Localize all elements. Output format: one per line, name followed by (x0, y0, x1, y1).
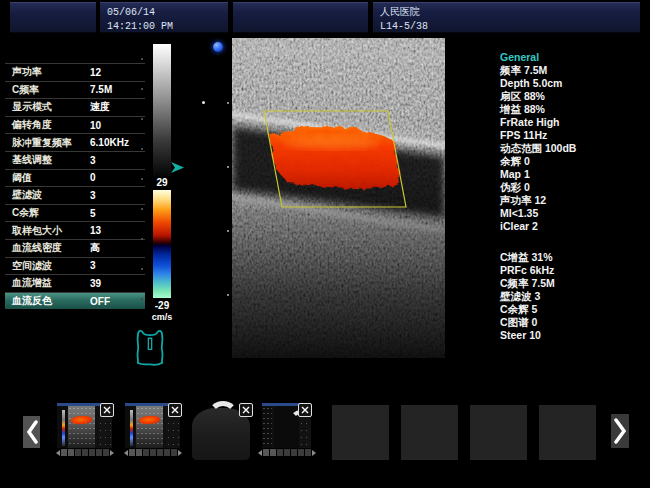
filmstrip-cell[interactable] (68, 449, 74, 456)
info-line: MI<1.35 (500, 207, 648, 220)
parameter-label: 空间滤波 (5, 259, 88, 273)
info-line: 声功率 12 (500, 194, 648, 207)
filmstrip-cell[interactable] (75, 449, 81, 456)
filmstrip-cell[interactable] (263, 449, 269, 456)
filmstrip-cell[interactable] (298, 449, 304, 456)
filmstrip-cell[interactable] (171, 449, 177, 456)
thumbnails-next-button[interactable] (611, 414, 629, 448)
thumbnails-prev-button[interactable] (23, 416, 40, 448)
tick-dot (141, 298, 143, 300)
filmstrip-prev-icon[interactable] (258, 450, 262, 456)
parameter-value: 5 (88, 208, 96, 219)
thumb-probe-arc (208, 401, 238, 429)
hospital-name: 人民医院 (373, 5, 640, 19)
filmstrip-prev-icon[interactable] (56, 450, 60, 456)
close-thumbnail-3-button[interactable] (239, 403, 253, 417)
body-marker-icon[interactable] (130, 326, 170, 370)
close-icon (103, 406, 111, 414)
info-line: C增益 31% (500, 251, 648, 264)
parameter-value: 13 (88, 225, 101, 236)
info-line: 伪彩 0 (500, 181, 648, 194)
ultrasound-image[interactable] (232, 38, 445, 358)
filmstrip-cell[interactable] (96, 449, 102, 456)
depth-tick-dot (227, 166, 229, 168)
parameter-row[interactable]: 取样包大小 13 (5, 221, 145, 239)
parameter-label: 基线调整 (5, 153, 88, 167)
parameter-row[interactable]: 空间滤波 3 (5, 257, 145, 275)
parameter-label: 血流增益 (5, 276, 88, 290)
parameter-row[interactable]: 血流线密度 高 (5, 239, 145, 257)
chevron-left-icon (26, 420, 38, 444)
close-thumbnail-1-button[interactable] (100, 403, 114, 417)
filmstrip-cell[interactable] (284, 449, 290, 456)
pointer-arrow-icon (170, 160, 186, 178)
filmstrip-next-icon[interactable] (178, 450, 182, 456)
parameter-value: 0 (88, 172, 96, 183)
close-thumbnail-4-button[interactable] (298, 403, 312, 417)
parameter-row[interactable]: 基线调整 3 (5, 151, 145, 169)
parameter-label: 血流反色 (5, 294, 88, 308)
depth-tick-dot (227, 230, 229, 232)
parameter-row[interactable]: 血流增益 39 (5, 274, 145, 292)
filmstrip-cell[interactable] (103, 449, 109, 456)
parameter-row[interactable]: 显示模式 速度 (5, 98, 145, 116)
tick-dot (141, 178, 143, 180)
filmstrip-2[interactable] (124, 448, 182, 457)
parameter-row[interactable]: 偏转角度 10 (5, 116, 145, 134)
ultrasound-image-area[interactable] (232, 38, 445, 358)
filmstrip-cell[interactable] (143, 449, 149, 456)
info-line: Map 1 (500, 168, 648, 181)
date-text: 05/06/14 (100, 5, 228, 19)
parameter-row[interactable]: 血流反色 OFF (5, 292, 145, 310)
thumb-scalebar (125, 406, 135, 448)
info-line: PRFc 6kHz (500, 264, 648, 277)
depth-tick-dot (227, 294, 229, 296)
filmstrip-cell[interactable] (164, 449, 170, 456)
parameter-value: 3 (88, 260, 96, 271)
parameter-row[interactable]: 阈值 0 (5, 169, 145, 187)
info-line: Depth 5.0cm (500, 77, 648, 90)
filmstrip-1[interactable] (56, 448, 114, 457)
tick-dot (141, 118, 143, 120)
parameter-label: 阈值 (5, 171, 88, 185)
parameter-row[interactable]: 声功率 12 (5, 63, 145, 81)
parameter-label: 显示模式 (5, 100, 88, 114)
filmstrip-cell[interactable] (305, 449, 311, 456)
info-line: 增益 88% (500, 103, 648, 116)
parameter-value: 10 (88, 120, 101, 131)
info-line: iClear 2 (500, 220, 648, 233)
parameter-row[interactable]: C余辉 5 (5, 204, 145, 222)
info-line: Steer 10 (500, 329, 648, 342)
parameter-value: 7.5M (88, 84, 112, 95)
filmstrip-cell[interactable] (136, 449, 142, 456)
topbar-logo-segment (10, 2, 96, 33)
tick-dot (141, 238, 143, 240)
filmstrip-cell[interactable] (150, 449, 156, 456)
velocity-min-label: -29 (148, 300, 176, 311)
filmstrip-cell[interactable] (270, 449, 276, 456)
filmstrip-cell[interactable] (291, 449, 297, 456)
filmstrip-cell[interactable] (82, 449, 88, 456)
preset-header: General (500, 51, 648, 64)
parameter-label: 偏转角度 (5, 118, 88, 132)
filmstrip-cell[interactable] (157, 449, 163, 456)
parameter-row[interactable]: 脉冲重复频率 6.10KHz (5, 133, 145, 151)
doppler-info-panel: C增益 31%PRFc 6kHzC频率 7.5M壁滤波 3C余辉 5C图谱 0S… (500, 251, 648, 342)
filmstrip-prev-icon[interactable] (124, 450, 128, 456)
filmstrip-cell[interactable] (277, 449, 283, 456)
filmstrip-next-icon[interactable] (312, 450, 316, 456)
parameter-label: 血流线密度 (5, 241, 88, 255)
parameter-label: 壁滤波 (5, 188, 88, 202)
filmstrip-4[interactable] (258, 448, 316, 457)
filmstrip-cell[interactable] (89, 449, 95, 456)
info-line: FPS 11Hz (500, 129, 648, 142)
filmstrip-cell[interactable] (61, 449, 67, 456)
parameter-row[interactable]: C频率 7.5M (5, 81, 145, 99)
tick-dot (141, 268, 143, 270)
close-thumbnail-2-button[interactable] (168, 403, 182, 417)
probe-model: L14-5/38 (373, 19, 640, 33)
parameter-row[interactable]: 壁滤波 3 (5, 186, 145, 204)
filmstrip-cell[interactable] (129, 449, 135, 456)
parameter-value: 6.10KHz (88, 137, 129, 148)
filmstrip-next-icon[interactable] (110, 450, 114, 456)
